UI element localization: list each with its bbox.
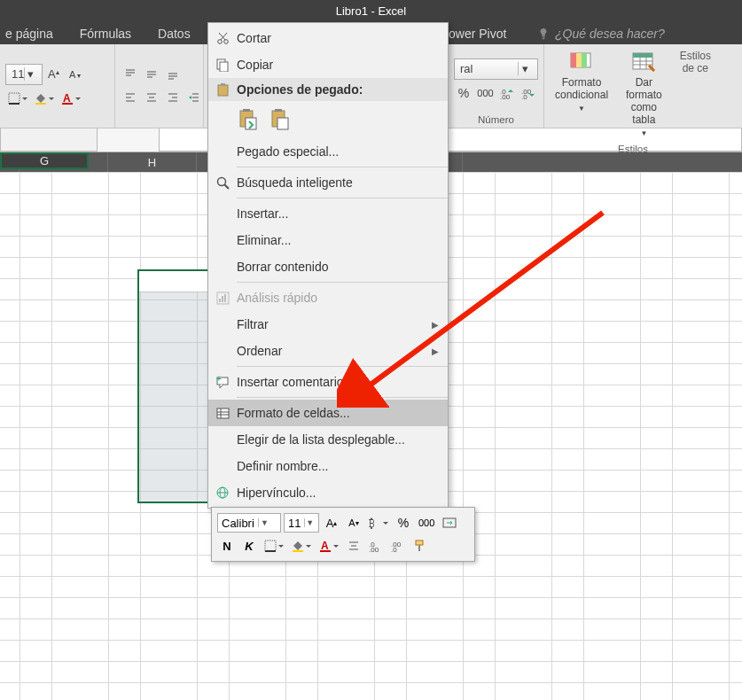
svg-rect-4 — [9, 93, 20, 104]
svg-rect-79 — [320, 550, 331, 552]
border-button[interactable] — [5, 89, 30, 108]
number-format-combo[interactable]: ral▾ — [454, 58, 538, 80]
svg-text:▴: ▴ — [56, 68, 59, 76]
mini-fill-color-button[interactable] — [289, 536, 314, 556]
decrease-decimal-icon[interactable]: .00.0 — [519, 83, 538, 103]
align-top-icon[interactable] — [121, 65, 140, 84]
menu-clear-contents[interactable]: Borrar contenido — [208, 253, 448, 280]
svg-rect-51 — [221, 83, 225, 86]
mini-bold-button[interactable]: N — [217, 536, 237, 556]
svg-rect-66 — [217, 408, 229, 418]
tab-data[interactable]: Datos — [158, 27, 191, 41]
mini-border-button[interactable] — [262, 536, 286, 556]
align-middle-icon[interactable] — [142, 65, 161, 84]
svg-rect-61 — [219, 299, 221, 302]
increase-decimal-icon[interactable]: .0.00 — [497, 83, 517, 103]
svg-text:A: A — [48, 67, 56, 81]
svg-rect-75 — [265, 541, 276, 551]
align-right-icon[interactable] — [163, 88, 183, 107]
menu-cut[interactable]: Cortar — [208, 25, 448, 51]
tell-me-search[interactable]: ¿Qué desea hacer? — [537, 27, 665, 41]
svg-text:.0: .0 — [521, 93, 527, 99]
menu-delete[interactable]: Eliminar... — [208, 227, 448, 253]
conditional-formatting-icon — [569, 50, 594, 74]
svg-line-59 — [224, 184, 229, 189]
tab-page-layout[interactable]: e página — [5, 27, 53, 41]
svg-text:.00: .00 — [369, 546, 379, 552]
svg-rect-87 — [416, 541, 423, 545]
svg-rect-39 — [633, 53, 652, 58]
clipboard-icon — [216, 83, 230, 97]
comment-icon: + — [216, 376, 230, 389]
svg-text:▾: ▾ — [77, 72, 81, 80]
menu-sort[interactable]: Ordenar▶ — [208, 338, 448, 364]
mini-center-icon[interactable] — [344, 536, 363, 556]
mini-increase-font-icon[interactable]: A▴ — [322, 513, 341, 533]
menu-pick-from-list[interactable]: Elegir de la lista desplegable... — [208, 426, 448, 453]
menu-copy[interactable]: Copiar — [208, 51, 448, 78]
cell-styles-button[interactable]: Estilos de ce — [675, 48, 716, 76]
svg-point-44 — [217, 39, 222, 43]
mini-comma-icon[interactable]: 000 — [416, 513, 437, 533]
mini-decrease-decimal-icon[interactable]: .00.0 — [388, 536, 408, 556]
mini-decrease-font-icon[interactable]: A▾ — [344, 513, 363, 533]
comma-style-icon[interactable]: 000 — [475, 83, 496, 103]
font-size-combo[interactable]: 11▾ — [5, 64, 43, 85]
mini-accounting-format-icon[interactable]: ₿ — [366, 513, 391, 533]
svg-text:A: A — [69, 69, 76, 80]
conditional-formatting-button[interactable]: Formato condicional▼ — [550, 48, 613, 117]
menu-insert[interactable]: Insertar... — [208, 200, 448, 227]
svg-rect-88 — [418, 545, 420, 551]
menu-hyperlink[interactable]: Hipervínculo... — [208, 479, 448, 506]
svg-rect-63 — [224, 294, 226, 302]
mini-format-painter-icon[interactable] — [410, 536, 430, 556]
search-icon — [216, 176, 230, 190]
column-header-H[interactable]: H — [108, 152, 197, 172]
tab-formulas[interactable]: Fórmulas — [80, 27, 131, 41]
mini-merge-icon[interactable] — [440, 513, 459, 533]
svg-text:.00: .00 — [500, 93, 511, 99]
svg-rect-49 — [220, 62, 228, 72]
svg-text:₿: ₿ — [369, 517, 375, 529]
column-header-G[interactable]: G — [0, 152, 89, 169]
menu-define-name[interactable]: Definir nombre... — [208, 453, 448, 479]
tab-powerpivot[interactable]: ower Pivot — [449, 27, 506, 41]
mini-italic-button[interactable]: K — [239, 536, 259, 556]
mini-increase-decimal-icon[interactable]: .0.00 — [366, 536, 386, 556]
decrease-font-icon[interactable]: A▾ — [66, 64, 85, 83]
paste-default-icon[interactable] — [235, 105, 262, 134]
mini-font-color-button[interactable]: A — [316, 536, 341, 556]
mini-font-combo[interactable]: Calibri▼ — [217, 513, 281, 533]
mini-size-combo[interactable]: 11▼ — [284, 513, 319, 533]
paste-values-icon[interactable] — [267, 105, 293, 134]
fill-color-button[interactable] — [32, 89, 57, 108]
svg-text:+: + — [216, 376, 222, 384]
tell-me-placeholder: ¿Qué desea hacer? — [555, 27, 665, 41]
menu-paste-options-header: Opciones de pegado: — [208, 78, 448, 101]
svg-text:A: A — [321, 540, 329, 552]
menu-smart-lookup[interactable]: Búsqueda inteligente — [208, 169, 448, 196]
decrease-indent-icon[interactable] — [184, 88, 204, 107]
menu-paste-special[interactable]: Pegado especial... — [208, 138, 448, 165]
context-menu: Cortar Copiar Opciones de pegado: Pegado… — [207, 22, 449, 509]
format-cells-icon — [216, 407, 230, 420]
align-center-icon[interactable] — [142, 88, 161, 107]
menu-filter[interactable]: Filtrar▶ — [208, 311, 448, 338]
link-icon — [216, 486, 230, 500]
titlebar: Libro1 - Excel — [0, 0, 742, 22]
name-box[interactable] — [0, 128, 98, 152]
fx-buttons[interactable] — [98, 128, 160, 152]
svg-rect-77 — [293, 550, 303, 552]
svg-text:.0: .0 — [391, 546, 397, 552]
svg-rect-50 — [218, 85, 228, 96]
percent-style-icon[interactable]: % — [454, 83, 473, 103]
mini-percent-icon[interactable]: % — [394, 513, 413, 533]
increase-font-icon[interactable]: A▴ — [44, 64, 64, 83]
font-color-button[interactable]: A — [59, 89, 83, 108]
align-left-icon[interactable] — [121, 88, 140, 107]
copy-icon — [216, 58, 230, 72]
menu-insert-comment[interactable]: +Insertar comentario — [208, 369, 448, 395]
svg-rect-35 — [571, 53, 576, 67]
menu-format-cells[interactable]: Formato de celdas... — [208, 400, 448, 426]
align-bottom-icon[interactable] — [163, 65, 183, 84]
